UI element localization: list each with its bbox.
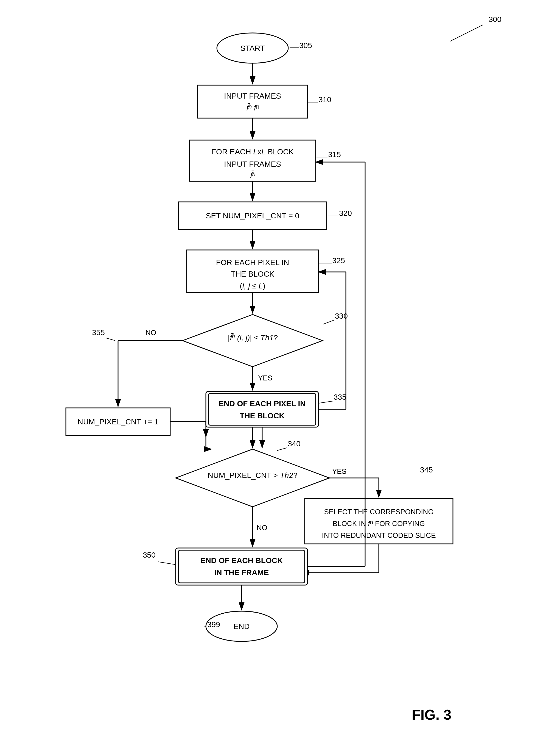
select-block-label2: BLOCK IN fn FOR COPYING xyxy=(333,519,425,528)
ref-350: 350 xyxy=(143,551,156,559)
end-each-pixel-label2: THE BLOCK xyxy=(240,411,285,420)
yes-label-2: YES xyxy=(332,467,346,475)
decision-1-label: |f̄n (i, j)| ≤ Th1? xyxy=(227,333,278,342)
decision-2-label: NUM_PIXEL_CNT > Th2? xyxy=(208,471,297,480)
fig-label: FIG. 3 xyxy=(412,707,451,723)
svg-line-13 xyxy=(323,320,334,324)
svg-line-17 xyxy=(106,338,115,341)
end-each-pixel-inner xyxy=(209,393,316,425)
ref-310: 310 xyxy=(318,95,331,104)
end-label: END xyxy=(233,622,249,631)
svg-line-2 xyxy=(450,25,483,41)
end-each-block-inner xyxy=(179,550,305,583)
start-label: START xyxy=(240,44,265,53)
no-label-2: NO xyxy=(257,524,267,532)
input-frames-label: INPUT FRAMES xyxy=(224,92,281,100)
for-each-pixel-label3: (i, j ≤ L) xyxy=(240,282,265,290)
for-each-block-label1: FOR EACH LxL BLOCK xyxy=(211,148,294,156)
ref-305: 305 xyxy=(299,41,312,50)
for-each-pixel-label2: THE BLOCK xyxy=(231,270,274,278)
ref-335: 335 xyxy=(334,393,346,401)
ref-315: 315 xyxy=(328,150,341,159)
end-each-block-label2: IN THE FRAME xyxy=(214,568,269,577)
end-each-pixel-label1: END OF EACH PIXEL IN xyxy=(219,399,306,408)
ref-345: 345 xyxy=(420,466,433,474)
ref-355: 355 xyxy=(92,328,105,337)
end-each-block-label1: END OF EACH BLOCK xyxy=(200,556,283,565)
svg-line-22 xyxy=(318,401,333,403)
diagram-ref-300: 300 xyxy=(489,15,501,24)
select-block-label1: SELECT THE CORRESPONDING xyxy=(324,507,433,516)
input-frames-node xyxy=(198,85,308,118)
select-block-label3: INTO REDUNDANT CODED SLICE xyxy=(322,531,436,540)
for-each-pixel-label1: FOR EACH PIXEL IN xyxy=(216,258,289,267)
diagram-container: 300 START 305 INPUT FRAMES f̄n fn 310 FO… xyxy=(0,0,560,740)
ref-340: 340 xyxy=(288,440,301,448)
ref-320: 320 xyxy=(339,209,352,217)
svg-line-25 xyxy=(277,448,287,451)
num-pixel-cnt-label: NUM_PIXEL_CNT += 1 xyxy=(78,418,158,426)
yes-label-1: YES xyxy=(258,374,272,382)
ref-399: 399 xyxy=(207,620,220,629)
for-each-block-label2: INPUT FRAMES xyxy=(224,160,281,168)
no-label-1: NO xyxy=(145,329,156,337)
svg-line-31 xyxy=(158,562,175,564)
set-num-label: SET NUM_PIXEL_CNT = 0 xyxy=(206,211,300,220)
ref-325: 325 xyxy=(332,256,345,265)
